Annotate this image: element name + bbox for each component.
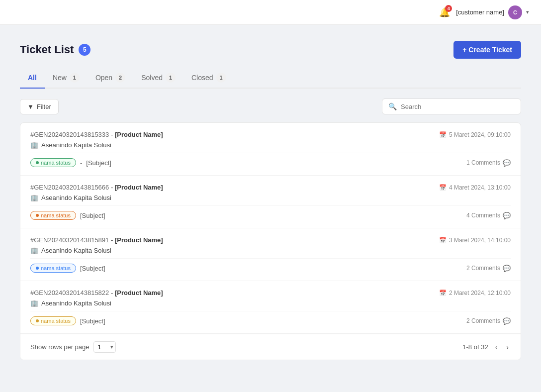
ticket-company-row: 🏢 Aseanindo Kapita Solusi — [30, 141, 511, 153]
status-dot — [36, 267, 39, 270]
user-avatar: C — [508, 5, 522, 19]
notification-badge: 4 — [445, 5, 452, 12]
search-box[interactable]: 🔍 — [382, 98, 521, 114]
ticket-subject: - — [80, 159, 82, 167]
chevron-down-icon: ▾ — [526, 9, 529, 15]
status-badge: nama status — [30, 264, 76, 273]
status-dot — [36, 161, 39, 164]
filter-icon: ▼ — [27, 103, 34, 110]
table-row[interactable]: #GEN20240320143815666 - [Product Name] 📅… — [20, 176, 521, 228]
title-count-badge: 5 — [79, 44, 90, 56]
ticket-id: #GEN20240320143815333 — [30, 131, 109, 138]
ticket-comments: 4 Comments 💬 — [466, 212, 511, 219]
ticket-bottom-row: nama status [Subject] 4 Comments 💬 — [30, 211, 511, 220]
ticket-date: 📅 4 Maret 2024, 13:10:00 — [439, 184, 511, 191]
company-icon: 🏢 — [30, 247, 38, 254]
rows-per-page-label: Show rows per page — [30, 343, 90, 351]
company-name: Aseanindo Kapita Solusi — [41, 247, 111, 254]
user-menu[interactable]: [customer name] C ▾ — [456, 5, 529, 19]
user-name-label: [customer name] — [456, 8, 504, 16]
table-row[interactable]: #GEN20240320143815333 - [Product Name] 📅… — [20, 123, 521, 176]
company-name: Aseanindo Kapita Solusi — [41, 194, 111, 201]
page-header: Ticket List 5 + Create Ticket — [20, 41, 521, 59]
comment-icon: 💬 — [503, 317, 511, 325]
ticket-top-row: #GEN20240320143815891 - [Product Name] 📅… — [30, 236, 511, 244]
company-name: Aseanindo Kapita Solusi — [41, 141, 111, 149]
ticket-status-subject: nama status [Subject] — [30, 211, 105, 220]
pagination-range: 1-8 of 32 — [462, 343, 488, 351]
comment-icon: 💬 — [503, 212, 511, 219]
ticket-id-product: #GEN20240320143815666 - [Product Name] — [30, 184, 163, 191]
ticket-id-product: #GEN20240320143815822 - [Product Name] — [30, 289, 163, 296]
toolbar: ▼ Filter 🔍 — [20, 98, 521, 114]
calendar-icon: 📅 — [439, 290, 447, 296]
ticket-company-row: 🏢 Aseanindo Kapita Solusi — [30, 194, 511, 206]
ticket-comments: 2 Comments 💬 — [466, 317, 511, 325]
ticket-id: #GEN20240320143815822 — [30, 289, 109, 296]
ticket-id: #GEN20240320143815666 — [30, 184, 109, 191]
table-row[interactable]: #GEN20240320143815891 - [Product Name] 📅… — [20, 228, 521, 281]
ticket-top-row: #GEN20240320143815666 - [Product Name] 📅… — [30, 184, 511, 191]
tab-closed[interactable]: Closed 1 — [183, 69, 234, 89]
ticket-status-subject: nama status - [Subject] — [30, 158, 111, 167]
company-icon: 🏢 — [30, 141, 38, 149]
ticket-bottom-row: nama status [Subject] 2 Comments 💬 — [30, 264, 511, 273]
calendar-icon: 📅 — [439, 237, 447, 244]
ticket-date: 📅 3 Maret 2024, 14:10:00 — [439, 237, 511, 244]
rows-per-page: Show rows per page 1 5 10 25 — [30, 341, 116, 353]
table-row[interactable]: #GEN20240320143815822 - [Product Name] 📅… — [20, 281, 521, 334]
ticket-status-subject: nama status [Subject] — [30, 264, 105, 273]
ticket-id-product: #GEN20240320143815333 - [Product Name] — [30, 131, 163, 138]
page-title: Ticket List — [20, 43, 74, 56]
tab-all[interactable]: All — [20, 69, 45, 89]
rows-select-wrapper: 1 5 10 25 — [93, 341, 116, 353]
prev-page-button[interactable]: ‹ — [493, 342, 500, 352]
comment-icon: 💬 — [503, 265, 511, 272]
topnav: 🔔 4 [customer name] C ▾ — [0, 0, 541, 25]
calendar-icon: 📅 — [439, 184, 447, 191]
ticket-comments: 1 Comments 💬 — [466, 159, 511, 167]
rows-per-page-select[interactable]: 1 5 10 25 — [93, 341, 116, 353]
ticket-date: 📅 5 Maret 2024, 09:10:00 — [439, 131, 511, 138]
main-content: Ticket List 5 + Create Ticket All New 1 … — [0, 25, 541, 376]
ticket-product: [Product Name] — [115, 184, 163, 191]
ticket-top-row: #GEN20240320143815822 - [Product Name] 📅… — [30, 289, 511, 296]
tab-open[interactable]: Open 2 — [88, 69, 133, 89]
status-badge: nama status — [30, 211, 76, 220]
ticket-comments: 2 Comments 💬 — [466, 265, 511, 272]
tab-new[interactable]: New 1 — [45, 69, 88, 89]
company-icon: 🏢 — [30, 194, 38, 201]
ticket-product: [Product Name] — [115, 131, 163, 138]
page-title-row: Ticket List 5 — [20, 43, 90, 56]
create-ticket-button[interactable]: + Create Ticket — [453, 41, 521, 59]
status-badge: nama status — [30, 158, 76, 167]
ticket-subject-value: [Subject] — [80, 212, 105, 219]
status-badge: nama status — [30, 316, 76, 325]
ticket-id-product: #GEN20240320143815891 - [Product Name] — [30, 236, 163, 244]
filter-button[interactable]: ▼ Filter — [20, 99, 59, 114]
notification-button[interactable]: 🔔 4 — [439, 7, 450, 18]
company-name: Aseanindo Kapita Solusi — [41, 299, 111, 307]
ticket-subject-value: [Subject] — [86, 159, 111, 167]
tickets-container: #GEN20240320143815333 - [Product Name] 📅… — [20, 122, 521, 360]
ticket-top-row: #GEN20240320143815333 - [Product Name] 📅… — [30, 131, 511, 138]
next-page-button[interactable]: › — [504, 342, 511, 352]
tabs-bar: All New 1 Open 2 Solved 1 Closed 1 — [20, 69, 521, 89]
ticket-bottom-row: nama status - [Subject] 1 Comments 💬 — [30, 158, 511, 167]
search-input[interactable] — [401, 103, 515, 110]
ticket-bottom-row: nama status [Subject] 2 Comments 💬 — [30, 316, 511, 325]
pagination-row: Show rows per page 1 5 10 25 1-8 of 32 ‹ — [20, 334, 521, 360]
company-icon: 🏢 — [30, 299, 38, 307]
status-dot — [36, 214, 39, 217]
comment-icon: 💬 — [503, 159, 511, 167]
status-dot — [36, 319, 39, 322]
ticket-product: [Product Name] — [115, 289, 163, 296]
ticket-company-row: 🏢 Aseanindo Kapita Solusi — [30, 247, 511, 259]
ticket-subject-value: [Subject] — [80, 265, 105, 272]
ticket-company-row: 🏢 Aseanindo Kapita Solusi — [30, 299, 511, 311]
pagination-info: 1-8 of 32 ‹ › — [462, 342, 511, 352]
filter-label: Filter — [37, 103, 51, 110]
tab-solved[interactable]: Solved 1 — [133, 69, 183, 89]
search-icon: 🔍 — [388, 102, 397, 110]
ticket-product: [Product Name] — [115, 236, 163, 244]
